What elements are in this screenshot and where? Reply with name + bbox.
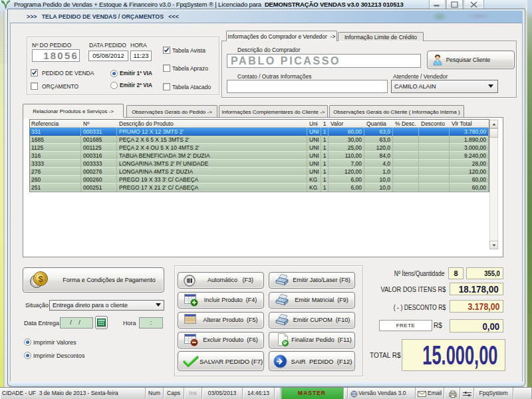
svg-text:$: $ [38, 274, 43, 284]
